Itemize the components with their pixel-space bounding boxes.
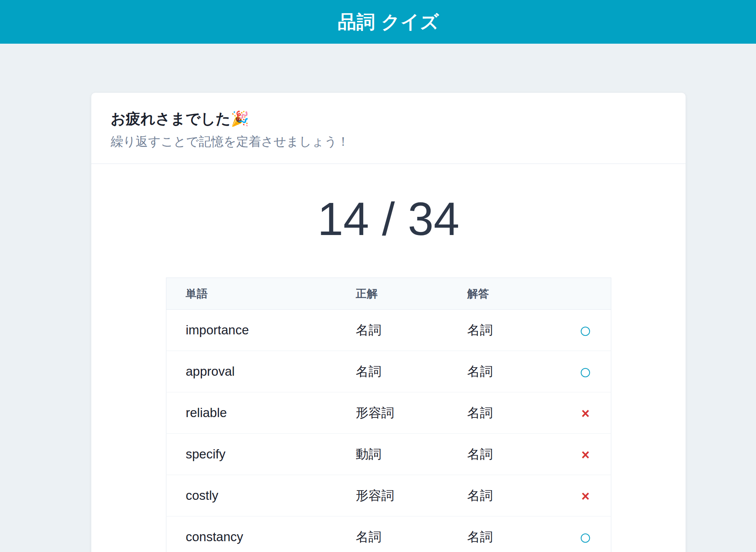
column-header-mark xyxy=(560,278,611,310)
answer-cell: 名詞 xyxy=(467,392,560,434)
result-subtitle: 繰り返すことで記憶を定着させましょう！ xyxy=(111,135,666,148)
mark-cell xyxy=(560,516,611,552)
mark-cell: × xyxy=(560,392,611,434)
correct-cell: 動詞 xyxy=(356,434,467,475)
mark-cell: × xyxy=(560,475,611,516)
result-heading: お疲れさまでした🎉 xyxy=(111,111,666,128)
answer-cell: 名詞 xyxy=(467,434,560,475)
results-table-header-row: 単語 正解 解答 xyxy=(166,278,611,310)
app-header-bar: 品詞 クイズ xyxy=(0,0,756,44)
column-header-answer: 解答 xyxy=(467,278,560,310)
results-table-wrapper: 単語 正解 解答 importance 名詞 名詞 approval 名詞 名詞… xyxy=(166,278,611,552)
correct-cell: 形容詞 xyxy=(356,475,467,516)
correct-cell: 名詞 xyxy=(356,516,467,552)
mark-cell xyxy=(560,310,611,351)
answer-cell: 名詞 xyxy=(467,351,560,392)
score-display: 14 / 34 xyxy=(91,196,686,242)
word-cell: reliable xyxy=(166,392,356,434)
word-cell: constancy xyxy=(166,516,356,552)
wrong-x-icon: × xyxy=(582,407,590,421)
table-row: specify 動詞 名詞 × xyxy=(166,434,611,475)
word-cell: costly xyxy=(166,475,356,516)
word-cell: approval xyxy=(166,351,356,392)
result-card-header: お疲れさまでした🎉 繰り返すことで記憶を定着させましょう！ xyxy=(91,93,686,164)
answer-cell: 名詞 xyxy=(467,516,560,552)
wrong-x-icon: × xyxy=(582,489,590,503)
correct-cell: 名詞 xyxy=(356,310,467,351)
table-row: costly 形容詞 名詞 × xyxy=(166,475,611,516)
results-table-body: importance 名詞 名詞 approval 名詞 名詞 reliable… xyxy=(166,310,611,552)
table-row: reliable 形容詞 名詞 × xyxy=(166,392,611,434)
column-header-word: 単語 xyxy=(166,278,356,310)
answer-cell: 名詞 xyxy=(467,310,560,351)
results-table: 単語 正解 解答 importance 名詞 名詞 approval 名詞 名詞… xyxy=(166,278,611,552)
table-row: importance 名詞 名詞 xyxy=(166,310,611,351)
correct-circle-icon xyxy=(581,533,590,543)
app-title: 品詞 クイズ xyxy=(338,10,440,34)
correct-circle-icon xyxy=(581,368,590,377)
table-row: constancy 名詞 名詞 xyxy=(166,516,611,552)
word-cell: specify xyxy=(166,434,356,475)
mark-cell xyxy=(560,351,611,392)
answer-cell: 名詞 xyxy=(467,475,560,516)
correct-cell: 形容詞 xyxy=(356,392,467,434)
correct-cell: 名詞 xyxy=(356,351,467,392)
wrong-x-icon: × xyxy=(582,448,590,462)
table-row: approval 名詞 名詞 xyxy=(166,351,611,392)
correct-circle-icon xyxy=(581,327,590,336)
column-header-correct: 正解 xyxy=(356,278,467,310)
word-cell: importance xyxy=(166,310,356,351)
mark-cell: × xyxy=(560,434,611,475)
result-card: お疲れさまでした🎉 繰り返すことで記憶を定着させましょう！ 14 / 34 単語… xyxy=(91,93,686,552)
